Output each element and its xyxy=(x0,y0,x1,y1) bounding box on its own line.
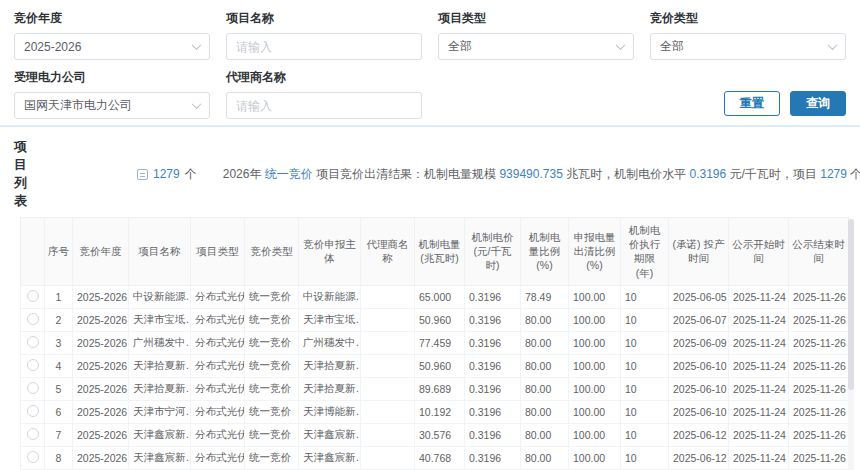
table-vertical-scrollbar[interactable] xyxy=(848,219,854,470)
scrollbar-thumb[interactable] xyxy=(848,219,854,390)
bid-year-value: 2025-2026 xyxy=(24,40,81,54)
reset-button[interactable]: 重置 xyxy=(724,91,780,116)
cell-term: 10 xyxy=(621,446,669,469)
bid-type-select[interactable]: 全部 xyxy=(650,33,846,60)
row-radio[interactable] xyxy=(27,382,39,394)
cell-prod: 2025-06-12 xyxy=(669,423,729,446)
cell-prod: 2025-06-10 xyxy=(669,354,729,377)
power-company-select[interactable]: 国网天津市电力公司 xyxy=(14,92,210,119)
cell-energy: 50.960 xyxy=(415,308,465,331)
cell-ratio: 78.49 xyxy=(521,285,569,308)
cell-end: 2025-11-26 xyxy=(789,354,849,377)
agent-name-input[interactable] xyxy=(226,92,422,119)
query-button[interactable]: 查询 xyxy=(790,91,846,116)
col-header-btype: 竞价类型 xyxy=(245,218,299,286)
cell-ptype: 分布式光伏 xyxy=(191,400,245,423)
table-header-row: 序号竞价年度项目名称项目类型竞价类型竞价申报主体代理商名称机制电量 (兆瓦时)机… xyxy=(21,218,849,286)
cell-ptype: 分布式光伏 xyxy=(191,285,245,308)
cell-no: 2 xyxy=(45,308,73,331)
cell-btype: 统一竞价 xyxy=(245,400,299,423)
cell-start: 2025-11-24 xyxy=(729,331,789,354)
cell-start: 2025-11-24 xyxy=(729,354,789,377)
cell-no: 3 xyxy=(45,331,73,354)
row-cell-select xyxy=(21,308,45,331)
summary-segment-6: 元/千瓦时，项目 xyxy=(726,167,820,181)
cell-price: 0.3196 xyxy=(465,446,521,469)
row-radio[interactable] xyxy=(27,290,39,302)
row-cell-select xyxy=(21,354,45,377)
col-header-end: 公示结束时间 xyxy=(789,218,849,286)
col-header-ptype: 项目类型 xyxy=(191,218,245,286)
project-type-label: 项目类型 xyxy=(438,10,634,27)
row-radio[interactable] xyxy=(27,336,39,348)
cell-end: 2025-11-26 xyxy=(789,308,849,331)
cell-subject: 天津鑫宸新… xyxy=(299,446,361,469)
row-radio[interactable] xyxy=(27,359,39,371)
cell-year: 2025-2026 xyxy=(73,308,129,331)
cell-prod: 2025-06-10 xyxy=(669,400,729,423)
filter-actions: 重置 查询 xyxy=(650,69,846,119)
bid-type-label: 竞价类型 xyxy=(650,10,846,27)
cell-clear: 100.00 xyxy=(569,377,621,400)
table-row: 32025-2026广州穗发中…分布式光伏统一竞价广州穗发中…77.4590.3… xyxy=(21,331,849,354)
cell-name: 天津鑫宸新… xyxy=(129,446,191,469)
cell-energy: 77.459 xyxy=(415,331,465,354)
col-header-select xyxy=(21,218,45,286)
cell-subject: 天津拾夏新… xyxy=(299,354,361,377)
cell-start: 2025-11-24 xyxy=(729,400,789,423)
cell-agent xyxy=(361,285,415,308)
cell-name: 天津拾夏新… xyxy=(129,354,191,377)
row-radio[interactable] xyxy=(27,405,39,417)
bid-year-select[interactable]: 2025-2026 xyxy=(14,33,210,60)
list-header: 项目列表 1279 个 2026年 统一竞价 项目竞价出清结果：机制电量规模 9… xyxy=(0,127,860,217)
cell-energy: 10.192 xyxy=(415,400,465,423)
page-title: 项目列表 xyxy=(14,138,27,210)
project-name-label: 项目名称 xyxy=(226,10,422,27)
col-header-price: 机制电价 (元/千瓦时) xyxy=(465,218,521,286)
filter-spacer xyxy=(438,69,634,119)
cell-year: 2025-2026 xyxy=(73,285,129,308)
cell-no: 4 xyxy=(45,354,73,377)
col-header-term: 机制电价执行期限 (年) xyxy=(621,218,669,286)
project-name-input[interactable] xyxy=(226,33,422,60)
summary-segment-1: 统一竞价 xyxy=(265,167,313,181)
bid-year-label: 竞价年度 xyxy=(14,10,210,27)
cell-prod: 2025-06-09 xyxy=(669,331,729,354)
cell-term: 10 xyxy=(621,400,669,423)
cell-term: 10 xyxy=(621,285,669,308)
cell-btype: 统一竞价 xyxy=(245,354,299,377)
table-row: 22025-2026天津市宝坻…分布式光伏统一竞价天津市宝坻…50.9600.3… xyxy=(21,308,849,331)
cell-price: 0.3196 xyxy=(465,377,521,400)
cell-no: 1 xyxy=(45,285,73,308)
cell-term: 10 xyxy=(621,308,669,331)
table-row: 62025-2026天津市宁河…分布式光伏统一竞价天津博能新…10.1920.3… xyxy=(21,400,849,423)
cell-subject: 天津博能新… xyxy=(299,400,361,423)
cell-clear: 100.00 xyxy=(569,285,621,308)
cell-clear: 100.00 xyxy=(569,331,621,354)
row-radio[interactable] xyxy=(27,313,39,325)
row-cell-select xyxy=(21,377,45,400)
filter-project-name: 项目名称 xyxy=(226,10,422,60)
chevron-down-icon xyxy=(828,40,838,50)
cell-name: 广州穗发中… xyxy=(129,331,191,354)
row-radio[interactable] xyxy=(27,451,39,463)
cell-term: 10 xyxy=(621,423,669,446)
bid-type-value: 全部 xyxy=(660,38,684,55)
cell-year: 2025-2026 xyxy=(73,377,129,400)
cell-btype: 统一竞价 xyxy=(245,446,299,469)
col-header-agent: 代理商名称 xyxy=(361,218,415,286)
cell-name: 天津鑫宸新… xyxy=(129,423,191,446)
col-header-start: 公示开始时间 xyxy=(729,218,789,286)
cell-agent xyxy=(361,423,415,446)
row-radio[interactable] xyxy=(27,428,39,440)
table-row: 12025-2026中设新能源…分布式光伏统一竞价中设新能源…65.0000.3… xyxy=(21,285,849,308)
cell-subject: 天津市宝坻… xyxy=(299,308,361,331)
project-type-select[interactable]: 全部 xyxy=(438,33,634,60)
cell-agent xyxy=(361,354,415,377)
cell-energy: 40.768 xyxy=(415,446,465,469)
cell-ratio: 80.00 xyxy=(521,400,569,423)
summary-segment-0: 2026年 xyxy=(223,167,265,181)
row-cell-select xyxy=(21,423,45,446)
cell-price: 0.3196 xyxy=(465,331,521,354)
power-company-value: 国网天津市电力公司 xyxy=(24,97,132,114)
